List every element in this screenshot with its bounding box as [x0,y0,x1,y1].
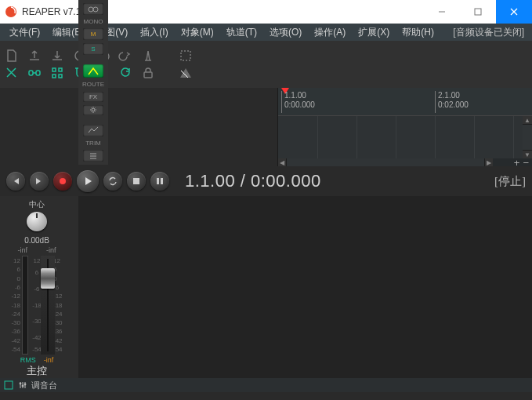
ruler-time-label: 0:02.000 [438,100,469,110]
go-to-start-button[interactable] [6,172,25,191]
svg-point-23 [20,383,21,384]
track-lane-area[interactable] [278,116,523,158]
svg-point-25 [24,384,26,385]
fx-button[interactable]: FX [83,92,103,102]
redo-icon[interactable] [118,49,132,63]
arrange-view[interactable]: 1.1.00 0:00.000 2.1.00 0:02.000 ▲ ▼ ◀ ▶ … [277,88,532,166]
trim-mode-button[interactable] [83,150,103,162]
new-project-icon[interactable] [5,49,19,63]
peak-right: -inf [46,246,56,254]
svg-rect-9 [52,68,56,71]
mixer-empty-area[interactable] [78,196,532,378]
solo-button[interactable]: S [83,43,103,55]
route-label: ROUTE [83,81,103,88]
menu-actions[interactable]: 操作(A) [308,26,352,39]
fader-cap-icon[interactable] [41,268,55,289]
item-group-icon[interactable] [27,66,42,80]
svg-point-19 [89,7,93,12]
app-icon [5,5,17,18]
menu-file[interactable]: 文件(F) [3,26,46,39]
scroll-right-button[interactable]: ▶ [485,158,493,166]
scroll-left-button[interactable]: ◀ [278,158,286,166]
open-project-icon[interactable] [27,49,42,63]
transport-status: [停止] [494,174,526,189]
track-control-panel[interactable] [0,88,277,166]
zoom-in-button[interactable]: + [514,158,520,168]
window-controls [424,0,532,24]
volume-readout[interactable]: 0.00dB [24,236,49,245]
meter-scale-left: 1260 -6-12-18 -24-30-36 -42-54 [9,256,20,355]
zoom-out-button[interactable]: − [523,158,529,168]
trim-label: TRIM [83,140,103,147]
metronome-icon[interactable] [141,49,155,63]
statusbar-mixer-label[interactable]: 调音台 [31,380,57,391]
stop-button[interactable] [127,172,146,191]
svg-rect-10 [59,68,62,71]
window-title: REAPER v7.16 [22,6,86,17]
peak-left: -inf [17,246,27,254]
timeline-ruler[interactable]: 1.1.00 0:00.000 2.1.00 0:02.000 [278,88,532,116]
ruler-time-label: 0:00.000 [284,100,315,110]
svg-point-21 [92,108,95,111]
svg-rect-8 [36,71,40,75]
scroll-v-track[interactable] [523,125,532,150]
stereo-mono-button[interactable] [83,3,103,15]
rms-value: -inf [44,356,54,364]
menu-item-object[interactable]: 对象(M) [175,26,220,39]
fx-settings-button[interactable] [83,105,103,115]
transport-time-display[interactable]: 1.1.00 / 0:00.000 [185,171,321,191]
menu-options[interactable]: 选项(O) [263,26,308,39]
menu-insert[interactable]: 插入(I) [134,26,174,39]
play-button[interactable] [77,170,99,192]
route-button[interactable] [83,64,103,78]
vertical-scrollbar[interactable]: ▲ ▼ [523,116,532,158]
record-button[interactable] [53,172,72,191]
pan-knob[interactable] [27,212,47,231]
lock-icon[interactable] [141,66,155,80]
horizontal-scrollbar[interactable]: ◀ ▶ [278,158,493,166]
svg-rect-6 [181,51,190,60]
svg-rect-2 [475,9,481,15]
scroll-up-button[interactable]: ▲ [523,116,532,124]
svg-rect-18 [161,178,163,184]
status-bar: 调音台 [0,378,532,392]
marquee-select-icon[interactable] [179,49,193,63]
svg-point-20 [93,7,98,12]
audio-device-status[interactable]: [音频设备已关闭] [448,26,529,39]
scroll-h-track[interactable] [287,158,484,166]
svg-rect-16 [133,178,139,184]
menu-extensions[interactable]: 扩展(X) [352,26,396,39]
save-project-icon[interactable] [50,49,64,63]
svg-rect-17 [157,178,159,184]
ruler-bar-label: 2.1.00 [438,91,469,100]
svg-rect-13 [144,72,152,78]
svg-point-24 [22,385,24,387]
meter-scale-right: 1260 -6-12-18 -24-30-36 -42-54 [53,256,64,355]
grid-icon[interactable] [50,66,64,80]
sliders-icon[interactable] [17,380,28,391]
menu-track[interactable]: 轨道(T) [220,26,263,39]
env-button[interactable] [83,125,103,136]
mixer-toggle-icon[interactable] [3,380,14,391]
menu-help[interactable]: 帮助(H) [396,26,440,39]
mono-label: MONO [83,18,103,25]
mute-button[interactable]: M [83,28,103,40]
mixer-panel: 中心 0.00dB -inf -inf 1260 -6-12-18 -24-30… [0,196,532,378]
close-button[interactable] [496,0,532,24]
envelope-icon[interactable] [179,66,193,80]
pan-readout: 中心 [29,199,45,210]
ripple-edit-icon[interactable] [118,66,132,80]
vu-meter-left [22,256,28,355]
svg-point-15 [60,178,66,184]
zoom-controls: + − [511,158,532,166]
ruler-mark: 1.1.00 0:00.000 [281,91,315,113]
volume-fader[interactable] [41,256,55,355]
go-to-end-button[interactable] [30,172,49,191]
minimize-button[interactable] [424,0,460,24]
master-track-name[interactable]: 主控 [27,364,47,378]
auto-crossfade-icon[interactable] [5,66,19,80]
pause-button[interactable] [150,172,169,191]
master-track-strip[interactable]: 中心 0.00dB -inf -inf 1260 -6-12-18 -24-30… [0,196,78,378]
repeat-button[interactable] [103,172,122,191]
maximize-button[interactable] [460,0,496,24]
